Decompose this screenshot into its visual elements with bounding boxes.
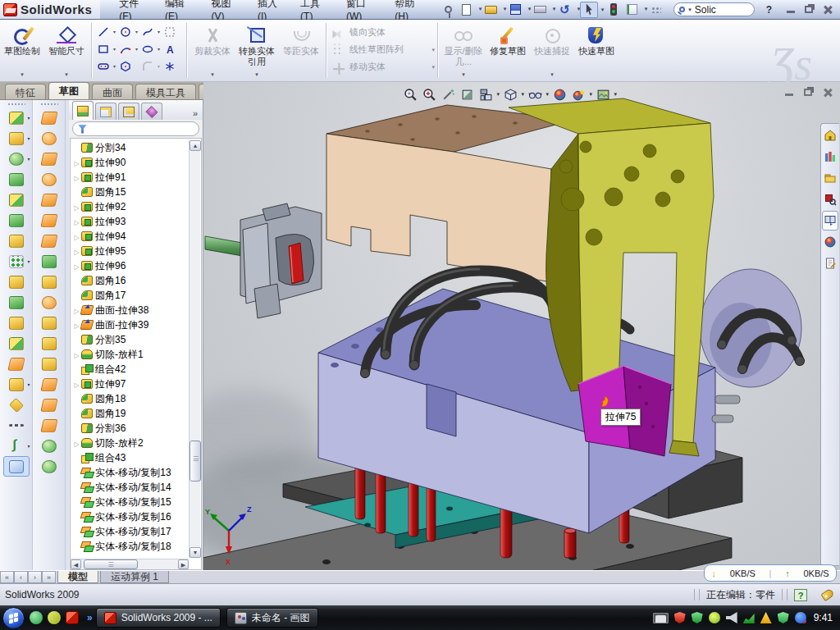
command-row[interactable]: 线性草图阵列 bbox=[330, 41, 435, 57]
sheet-c-icon[interactable] bbox=[36, 148, 62, 169]
tree-item[interactable]: 圆角17 bbox=[72, 288, 188, 303]
minimize-button[interactable] bbox=[787, 7, 795, 13]
command-row[interactable]: 镜向实体 bbox=[330, 24, 435, 40]
display-style-icon[interactable] bbox=[502, 86, 518, 103]
tree-item[interactable]: 分割35 bbox=[72, 332, 188, 347]
scene-icon[interactable] bbox=[570, 86, 587, 103]
expand-arrow-icon[interactable] bbox=[72, 437, 81, 449]
pin-icon[interactable] bbox=[439, 2, 457, 18]
document-tab[interactable]: 模型 bbox=[57, 571, 98, 583]
document-tab[interactable]: 运动算例 1 bbox=[100, 571, 169, 583]
scrollbar-thumb[interactable] bbox=[189, 441, 201, 482]
tree-item[interactable]: 切除-放样2 bbox=[72, 436, 188, 450]
security-alert-icon[interactable] bbox=[674, 612, 686, 623]
elbow-icon[interactable] bbox=[36, 292, 62, 313]
command-row[interactable]: 移动实体 bbox=[330, 58, 435, 75]
tree-item[interactable]: 曲面-拉伸38 bbox=[72, 303, 188, 317]
command-button[interactable]: 显示/删除几... bbox=[441, 22, 486, 78]
tree-vertical-scrollbar[interactable]: ▲ ▼ bbox=[189, 140, 200, 558]
network-signal-icon[interactable] bbox=[743, 612, 755, 623]
selection-box-icon[interactable] bbox=[162, 23, 184, 40]
tree-item[interactable]: 实体-移动/复制18 bbox=[72, 539, 188, 554]
chevron-expand-icon[interactable]: » bbox=[87, 612, 93, 623]
quick-tips-button[interactable]: ? bbox=[794, 589, 807, 601]
close-button[interactable] bbox=[823, 5, 832, 14]
minimize-button[interactable] bbox=[785, 89, 793, 96]
sketch-text-icon[interactable] bbox=[162, 40, 184, 57]
messenger-icon[interactable] bbox=[30, 611, 43, 624]
save-icon[interactable] bbox=[506, 2, 524, 18]
network-speed-widget[interactable]: ↓ 0KB/S | ↑ 0KB/S bbox=[704, 564, 837, 582]
command-button[interactable]: 转换实体引用 bbox=[235, 22, 279, 78]
start-button[interactable] bbox=[2, 607, 25, 629]
tree-item[interactable]: 拉伸92 bbox=[72, 199, 188, 214]
extruded-cut-icon[interactable] bbox=[3, 128, 30, 148]
hem-icon[interactable] bbox=[36, 251, 62, 272]
fold-icon[interactable] bbox=[36, 415, 62, 436]
defender-shield-icon[interactable] bbox=[778, 612, 789, 623]
tree-item[interactable]: 拉伸96 bbox=[72, 258, 188, 273]
expand-arrow-icon[interactable] bbox=[72, 245, 81, 257]
tree-item[interactable]: 实体-移动/复制17 bbox=[72, 524, 188, 539]
command-button[interactable]: 等距实体 bbox=[279, 22, 323, 78]
shell-icon[interactable] bbox=[3, 313, 30, 333]
appearances-scenes-icon[interactable] bbox=[822, 232, 838, 252]
open-file-icon[interactable] bbox=[482, 2, 500, 18]
box-icon[interactable] bbox=[36, 333, 62, 354]
drag-handle[interactable] bbox=[7, 103, 25, 106]
jog-icon[interactable] bbox=[36, 210, 62, 231]
spline-icon[interactable] bbox=[139, 23, 162, 40]
command-button[interactable]: 快速草图 bbox=[574, 22, 619, 78]
tree-item[interactable]: 组合42 bbox=[72, 362, 188, 377]
tree-item[interactable]: 圆角18 bbox=[72, 391, 188, 406]
whats-wrong-icon[interactable] bbox=[647, 2, 665, 18]
model-clamp[interactable] bbox=[205, 203, 322, 318]
chamfer-icon[interactable] bbox=[3, 210, 30, 231]
keyboard-icon[interactable] bbox=[653, 613, 669, 623]
graphics-viewport[interactable]: Y Z X bbox=[203, 82, 840, 570]
sketch-fillet-icon[interactable] bbox=[139, 57, 162, 75]
section-view-icon[interactable] bbox=[459, 86, 475, 103]
tree-item[interactable]: 拉伸91 bbox=[72, 170, 188, 185]
ellipse-icon[interactable] bbox=[139, 40, 162, 57]
ribbon-tab[interactable]: 曲面 bbox=[92, 84, 133, 99]
tab-scroll-button[interactable]: › bbox=[28, 571, 42, 583]
swept-boss-icon[interactable] bbox=[3, 169, 30, 189]
sync-status-icon[interactable] bbox=[795, 612, 806, 623]
lofted-bend-icon[interactable] bbox=[36, 395, 62, 415]
warning-icon[interactable] bbox=[760, 612, 772, 623]
scroll-right-button[interactable]: ▶ bbox=[178, 559, 189, 569]
move-body-icon[interactable] bbox=[3, 354, 30, 374]
design-tree-icon[interactable] bbox=[72, 101, 94, 120]
expand-arrow-icon[interactable] bbox=[72, 231, 81, 242]
line-icon[interactable] bbox=[95, 23, 117, 40]
bend-icon[interactable] bbox=[36, 128, 62, 148]
tree-item[interactable]: 切除-放样1 bbox=[72, 347, 188, 362]
boundary-boss-icon[interactable] bbox=[3, 189, 30, 210]
appearance-icon[interactable] bbox=[551, 86, 568, 103]
expand-arrow-icon[interactable] bbox=[72, 157, 81, 168]
expand-arrow-icon[interactable] bbox=[72, 363, 81, 375]
scroll-up-button[interactable]: ▲ bbox=[189, 140, 201, 151]
antivirus-icon[interactable] bbox=[48, 611, 61, 624]
scroll-left-button[interactable]: ◀ bbox=[71, 559, 81, 569]
select-icon[interactable] bbox=[580, 2, 598, 18]
clock[interactable]: 9:41 bbox=[814, 612, 833, 623]
point-icon[interactable] bbox=[162, 57, 184, 75]
configuration-manager-icon[interactable] bbox=[118, 103, 139, 120]
options-icon[interactable] bbox=[623, 2, 641, 18]
undo-icon[interactable] bbox=[555, 2, 573, 18]
restore-button[interactable] bbox=[805, 6, 813, 13]
restore-button[interactable] bbox=[804, 89, 812, 96]
fork-icon[interactable] bbox=[36, 354, 62, 374]
camera-icon[interactable] bbox=[595, 86, 611, 103]
extruded-boss-icon[interactable] bbox=[3, 107, 30, 128]
tree-item[interactable]: 分割34 bbox=[72, 140, 188, 155]
draft-icon[interactable] bbox=[3, 292, 30, 313]
tree-filter-input[interactable] bbox=[72, 121, 199, 136]
tree-item[interactable]: 实体-移动/复制15 bbox=[72, 495, 188, 509]
cylinder-icon[interactable] bbox=[36, 456, 62, 477]
rectangle-icon[interactable] bbox=[95, 40, 117, 57]
zoom-area-icon[interactable] bbox=[421, 86, 437, 103]
custom-properties-icon[interactable] bbox=[822, 253, 838, 273]
